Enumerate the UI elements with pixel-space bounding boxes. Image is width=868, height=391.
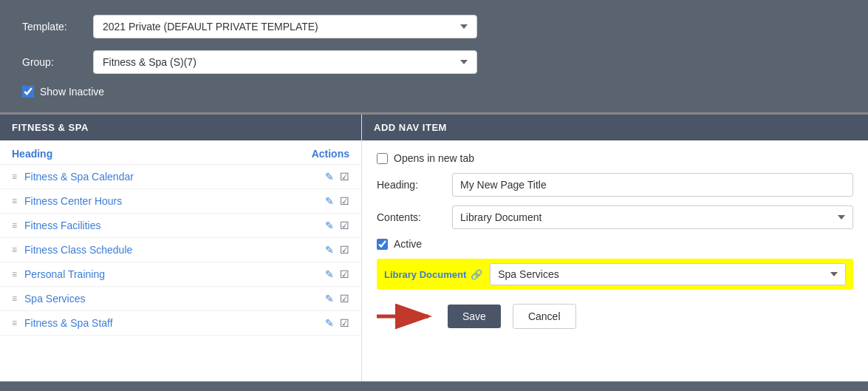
list-item: ≡ Spa Services ✎ ☑ <box>0 287 361 311</box>
top-config-area: Template: 2021 Private (DEFAULT PRIVATE … <box>0 0 868 112</box>
drag-handle-icon: ≡ <box>12 171 17 182</box>
template-label: Template: <box>22 21 81 33</box>
drag-handle-icon: ≡ <box>12 318 17 328</box>
list-item: ≡ Fitness & Spa Calendar ✎ ☑ <box>0 165 361 189</box>
nav-item-label[interactable]: Fitness & Spa Staff <box>24 317 318 329</box>
list-header-row: Heading Actions <box>0 140 361 165</box>
group-row: Group: Fitness & Spa (S)(7) <box>22 50 846 74</box>
edit-icon[interactable]: ✎ <box>325 293 334 305</box>
nav-item-actions: ✎ ☑ <box>325 171 349 183</box>
opens-new-tab-row: Opens in new tab <box>377 152 853 164</box>
show-inactive-checkbox[interactable] <box>22 86 34 98</box>
check-icon[interactable]: ☑ <box>340 244 349 256</box>
nav-item-actions: ✎ ☑ <box>325 293 349 305</box>
show-inactive-label: Show Inactive <box>40 86 104 98</box>
save-button[interactable]: Save <box>448 305 501 328</box>
nav-item-label[interactable]: Fitness & Spa Calendar <box>24 171 318 183</box>
right-panel: ADD NAV ITEM Opens in new tab Heading: C… <box>362 115 868 381</box>
library-doc-select[interactable]: Spa Services Fitness & Spa Calendar Fitn… <box>490 263 846 285</box>
active-row: Active <box>377 238 853 250</box>
left-panel-header: FITNESS & SPA <box>0 115 361 140</box>
nav-item-label[interactable]: Fitness Facilities <box>24 220 318 231</box>
active-checkbox[interactable] <box>377 239 388 250</box>
edit-icon[interactable]: ✎ <box>325 195 334 207</box>
edit-icon[interactable]: ✎ <box>325 244 334 256</box>
opens-new-tab-label: Opens in new tab <box>394 152 474 164</box>
right-panel-header: ADD NAV ITEM <box>362 115 868 140</box>
drag-handle-icon: ≡ <box>12 269 17 279</box>
nav-item-label[interactable]: Personal Training <box>24 268 318 280</box>
check-icon[interactable]: ☑ <box>340 293 349 305</box>
left-panel: FITNESS & SPA Heading Actions ≡ Fitness … <box>0 115 362 381</box>
check-icon[interactable]: ☑ <box>340 171 349 183</box>
template-row: Template: 2021 Private (DEFAULT PRIVATE … <box>22 15 846 38</box>
nav-item-actions: ✎ ☑ <box>325 244 349 256</box>
edit-icon[interactable]: ✎ <box>325 220 334 231</box>
arrow-container <box>377 303 436 330</box>
cancel-button[interactable]: Cancel <box>513 304 576 329</box>
list-actions-label: Actions <box>312 148 349 160</box>
heading-field-row: Heading: <box>377 173 853 197</box>
form-area: Opens in new tab Heading: Contents: Libr… <box>362 140 868 381</box>
nav-item-actions: ✎ ☑ <box>325 220 349 231</box>
list-item: ≡ Fitness Facilities ✎ ☑ <box>0 214 361 238</box>
list-heading-label: Heading <box>12 148 52 160</box>
drag-handle-icon: ≡ <box>12 245 17 255</box>
check-icon[interactable]: ☑ <box>340 195 349 207</box>
opens-new-tab-checkbox[interactable] <box>377 153 388 164</box>
drag-handle-icon: ≡ <box>12 220 17 231</box>
heading-input[interactable] <box>452 173 853 197</box>
contents-field-label: Contents: <box>377 211 443 223</box>
link-icon: 🔗 <box>471 269 482 280</box>
edit-icon[interactable]: ✎ <box>325 171 334 183</box>
list-item: ≡ Fitness Center Hours ✎ ☑ <box>0 189 361 214</box>
edit-icon[interactable]: ✎ <box>325 268 334 280</box>
library-doc-label: Library Document <box>384 269 466 280</box>
check-icon[interactable]: ☑ <box>340 268 349 280</box>
nav-item-label[interactable]: Fitness Center Hours <box>24 195 318 207</box>
drag-handle-icon: ≡ <box>12 293 17 304</box>
nav-item-actions: ✎ ☑ <box>325 268 349 280</box>
check-icon[interactable]: ☑ <box>340 317 349 329</box>
contents-select[interactable]: Library Document New Page Title <box>452 205 853 229</box>
nav-item-label[interactable]: Spa Services <box>24 293 318 305</box>
nav-list: ≡ Fitness & Spa Calendar ✎ ☑ ≡ Fitness C… <box>0 165 361 381</box>
nav-item-label[interactable]: Fitness Class Schedule <box>24 244 318 256</box>
contents-field-row: Contents: Library Document New Page Titl… <box>377 205 853 229</box>
arrow-icon <box>377 303 436 330</box>
list-item: ≡ Personal Training ✎ ☑ <box>0 262 361 287</box>
list-item: ≡ Fitness Class Schedule ✎ ☑ <box>0 238 361 262</box>
main-content: FITNESS & SPA Heading Actions ≡ Fitness … <box>0 115 868 381</box>
nav-item-actions: ✎ ☑ <box>325 317 349 329</box>
check-icon[interactable]: ☑ <box>340 220 349 231</box>
nav-item-actions: ✎ ☑ <box>325 195 349 207</box>
show-inactive-row: Show Inactive <box>22 86 846 98</box>
library-doc-row: Library Document 🔗 Spa Services Fitness … <box>377 259 853 290</box>
list-item: ≡ Fitness & Spa Staff ✎ ☑ <box>0 311 361 336</box>
active-label: Active <box>394 238 422 250</box>
template-select[interactable]: 2021 Private (DEFAULT PRIVATE TEMPLATE) <box>93 15 477 38</box>
library-doc-select-wrapper: Spa Services Fitness & Spa Calendar Fitn… <box>490 263 846 285</box>
group-label: Group: <box>22 56 81 68</box>
group-select[interactable]: Fitness & Spa (S)(7) <box>93 50 477 74</box>
action-row: Save Cancel <box>377 299 853 330</box>
drag-handle-icon: ≡ <box>12 196 17 206</box>
edit-icon[interactable]: ✎ <box>325 317 334 329</box>
heading-field-label: Heading: <box>377 179 443 191</box>
